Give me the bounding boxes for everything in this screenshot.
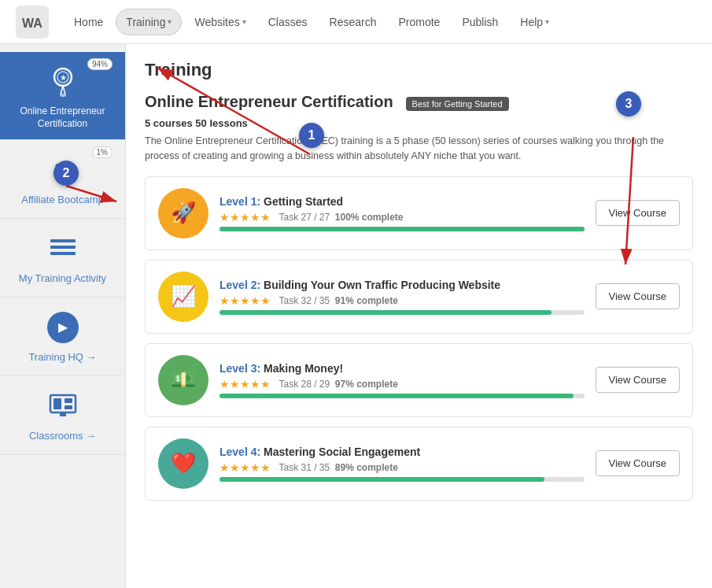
oec-label: Online Entrepreneur Certification — [6, 105, 119, 130]
svg-rect-20 — [53, 398, 61, 409]
websites-chevron: ▾ — [242, 17, 246, 26]
level-icon-1: 🚀 — [158, 188, 208, 239]
level-task-1: Task 27 / 27 100% complete — [274, 212, 404, 223]
activity-icon-area — [44, 230, 82, 268]
nav-training[interactable]: Training ▾ — [116, 9, 182, 35]
oec-icon-area: ★ — [44, 63, 82, 101]
level-stars-4: ★★★★★ Task 31 / 35 89% complete — [220, 461, 585, 474]
svg-rect-16 — [50, 239, 76, 242]
course-subtitle: 5 courses 50 lessons — [145, 117, 693, 129]
level-stars-2: ★★★★★ Task 32 / 35 91% complete — [220, 294, 585, 307]
svg-text:★: ★ — [59, 73, 66, 82]
main-content: Training Online Entrepreneur Certificati… — [126, 44, 712, 588]
level-task-2: Task 32 / 35 91% complete — [274, 295, 398, 306]
nav-websites[interactable]: Websites ▾ — [185, 9, 255, 35]
level-task-4: Task 31 / 35 89% complete — [274, 462, 398, 473]
level-info-1: Level 1: Getting Started ★★★★★ Task 27 /… — [220, 195, 585, 231]
level-task-3: Task 28 / 29 97% complete — [274, 379, 398, 390]
sidebar-item-classrooms[interactable]: Classrooms → — [0, 376, 125, 455]
level-cards: 🚀 Level 1: Getting Started ★★★★★ Task 27… — [145, 176, 693, 501]
view-course-btn-1[interactable]: View Course — [596, 200, 680, 226]
svg-point-14 — [55, 164, 59, 168]
svg-text:WA: WA — [22, 17, 42, 30]
nav-classes[interactable]: Classes — [259, 9, 317, 35]
activity-icon — [49, 236, 77, 261]
level-card-3: 💵 Level 3: Making Money! ★★★★★ Task 28 /… — [145, 343, 693, 417]
page-title: Training — [145, 60, 693, 80]
level-progress-fill-1 — [220, 227, 585, 231]
level-progress-bg-1 — [220, 227, 585, 231]
classrooms-icon-area — [44, 387, 82, 425]
help-chevron: ▾ — [545, 17, 549, 26]
level-progress-bg-4 — [220, 477, 585, 482]
level-progress-bg-3 — [220, 394, 585, 398]
svg-rect-17 — [50, 246, 76, 249]
level-progress-fill-4 — [220, 477, 544, 482]
svg-rect-21 — [65, 398, 72, 403]
sidebar-item-activity[interactable]: My Training Activity — [0, 219, 125, 298]
nav-research[interactable]: Research — [320, 9, 386, 35]
view-course-btn-4[interactable]: View Course — [596, 450, 680, 476]
medal-icon: ★ — [47, 66, 79, 98]
svg-rect-23 — [60, 413, 66, 416]
level-title-1: Level 1: Getting Started — [220, 195, 585, 208]
level-card-4: ❤️ Level 4: Mastering Social Engagement … — [145, 427, 693, 501]
best-badge: Best for Getting Started — [406, 97, 509, 111]
sidebar-item-affiliate[interactable]: 1% Affiliate Bootcamp — [0, 140, 125, 219]
level-icon-3: 💵 — [158, 355, 208, 405]
affiliate-icon-area — [44, 151, 82, 189]
nav-help[interactable]: Help ▾ — [511, 9, 559, 35]
level-info-2: Level 2: Building Your Own Traffic Produ… — [220, 279, 585, 315]
wa-logo[interactable]: WA — [16, 6, 49, 39]
svg-rect-22 — [65, 405, 72, 409]
level-progress-fill-2 — [220, 310, 552, 315]
affiliate-label: Affiliate Bootcamp — [21, 194, 104, 207]
svg-point-10 — [60, 94, 66, 97]
play-circle-icon: ▶ — [47, 312, 79, 343]
footprint-icon — [49, 156, 77, 184]
main-layout: 2 1 3 94% — [0, 44, 712, 588]
level-info-4: Level 4: Mastering Social Engagement ★★★… — [220, 446, 585, 482]
level-stars-3: ★★★★★ Task 28 / 29 97% complete — [220, 378, 585, 390]
view-course-btn-3[interactable]: View Course — [596, 367, 680, 393]
nav-publish[interactable]: Publish — [452, 9, 507, 35]
course-info: Online Entrepreneur Certification Best f… — [145, 93, 693, 164]
training-chevron: ▾ — [168, 17, 172, 26]
sidebar: 94% ★ Online Entrepreneur Certification … — [0, 44, 126, 588]
sidebar-item-oec[interactable]: 94% ★ Online Entrepreneur Certification — [0, 52, 125, 140]
level-progress-fill-3 — [220, 394, 574, 398]
level-info-3: Level 3: Making Money! ★★★★★ Task 28 / 2… — [220, 362, 585, 398]
affiliate-badge: 1% — [92, 146, 113, 158]
svg-point-15 — [66, 164, 70, 168]
oec-badge: 94% — [87, 58, 113, 70]
classrooms-label: Classrooms → — [29, 430, 96, 443]
course-description: The Online Entrepreneur Certification (O… — [145, 134, 693, 164]
level-title-2: Level 2: Building Your Own Traffic Produ… — [220, 279, 585, 291]
level-title-3: Level 3: Making Money! — [220, 362, 585, 375]
svg-line-9 — [63, 86, 65, 94]
level-card-1: 🚀 Level 1: Getting Started ★★★★★ Task 27… — [145, 176, 693, 250]
level-card-2: 📈 Level 2: Building Your Own Traffic Pro… — [145, 260, 693, 334]
level-icon-2: 📈 — [158, 272, 208, 322]
traininghq-label: Training HQ → — [28, 351, 96, 364]
classrooms-icon — [49, 394, 77, 419]
nav-home[interactable]: Home — [65, 9, 113, 35]
activity-label: My Training Activity — [19, 272, 106, 286]
level-title-4: Level 4: Mastering Social Engagement — [220, 446, 585, 458]
level-progress-bg-2 — [220, 310, 585, 315]
traininghq-icon-area: ▶ — [44, 309, 82, 346]
sidebar-item-traininghq[interactable]: ▶ Training HQ → — [0, 298, 125, 376]
nav-promote[interactable]: Promote — [389, 9, 449, 35]
course-title: Online Entrepreneur Certification — [145, 93, 393, 111]
svg-rect-18 — [50, 252, 76, 255]
nav-items: Home Training ▾ Websites ▾ Classes Resea… — [65, 9, 559, 35]
view-course-btn-2[interactable]: View Course — [596, 283, 680, 309]
navbar: WA Home Training ▾ Websites ▾ Classes Re… — [0, 0, 712, 44]
level-icon-4: ❤️ — [158, 438, 208, 489]
level-stars-1: ★★★★★ Task 27 / 27 100% complete — [220, 211, 585, 224]
